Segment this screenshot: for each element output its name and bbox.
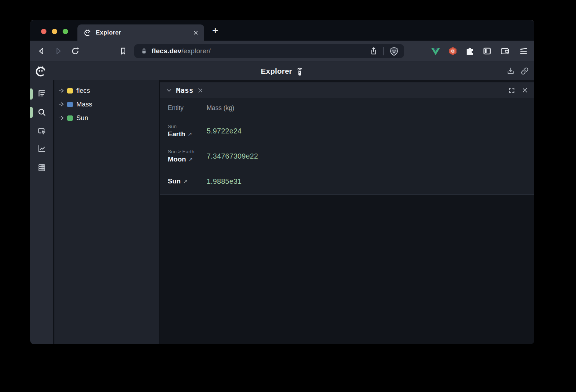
url-text: flecs.dev/explorer/ (152, 47, 211, 55)
app-header: Explorer (30, 61, 534, 80)
brave-shield-icon[interactable] (389, 46, 399, 56)
url-domain: flecs.dev (152, 47, 181, 55)
address-bar-divider (383, 47, 384, 55)
column-header-mass: Mass (kg) (207, 104, 234, 112)
table-header-row: Entity Mass (kg) (160, 98, 534, 118)
download-icon[interactable] (506, 67, 515, 76)
extensions-puzzle-icon[interactable] (465, 46, 475, 56)
query-panel: Mass Entity Mass (kg) (160, 80, 534, 344)
browser-toolbar: flecs.dev/explorer/ (30, 41, 534, 61)
wallet-icon[interactable] (500, 46, 510, 56)
fullscreen-icon[interactable] (508, 87, 516, 94)
expand-chevron-icon[interactable] (58, 115, 65, 121)
browser-window: Explorer + (30, 20, 534, 344)
vue-devtools-icon[interactable] (431, 46, 441, 56)
memory-table-icon[interactable] (37, 163, 46, 172)
bookmark-icon[interactable] (118, 46, 128, 56)
forward-icon[interactable] (54, 46, 63, 56)
entity-color-swatch (67, 88, 73, 94)
address-bar[interactable]: flecs.dev/explorer/ (134, 44, 404, 58)
entity-color-swatch (67, 115, 73, 121)
traffic-light-minimize[interactable] (52, 29, 57, 34)
back-icon[interactable] (37, 46, 46, 56)
url-path: /explorer/ (181, 47, 211, 55)
table-row[interactable]: Sun Earth ↗ 5.9722e24 (160, 118, 534, 143)
entity-name[interactable]: Earth (168, 130, 185, 138)
entity-name[interactable]: Moon (168, 155, 186, 163)
search-icon[interactable] (37, 108, 46, 117)
column-header-entity: Entity (160, 104, 207, 112)
entity-link-icon[interactable]: ↗ (183, 178, 188, 184)
entity-tree-icon[interactable] (37, 89, 46, 98)
tree-item-label: flecs (76, 87, 90, 95)
browser-tab-explorer[interactable]: Explorer (77, 24, 204, 41)
sidebar-toggle-icon[interactable] (482, 46, 492, 56)
tree-item-label: Sun (76, 114, 88, 122)
traffic-light-close[interactable] (41, 29, 46, 34)
reload-icon[interactable] (71, 46, 80, 56)
entity-name[interactable]: Sun (168, 177, 181, 185)
tree-item-flecs[interactable]: flecs (54, 84, 159, 97)
active-panel-pill (30, 88, 33, 100)
remote-connection-icon[interactable] (296, 66, 303, 76)
entity-tree-panel: flecs Mass (54, 80, 159, 344)
left-icon-rail (30, 80, 53, 344)
active-panel-pill (30, 107, 33, 118)
tab-bar: Explorer + (30, 20, 534, 41)
flecs-logo-icon (84, 29, 91, 37)
traffic-light-zoom[interactable] (63, 29, 68, 34)
entity-link-icon[interactable]: ↗ (189, 156, 193, 162)
query-title: Mass (176, 86, 193, 95)
close-panel-icon[interactable] (521, 87, 528, 94)
expand-chevron-icon[interactable] (58, 101, 65, 108)
permalink-icon[interactable] (520, 67, 529, 76)
chevron-down-icon[interactable] (166, 87, 172, 94)
share-icon[interactable] (369, 46, 378, 56)
tree-item-mass[interactable]: Mass (54, 97, 159, 111)
query-results-table: Entity Mass (kg) Sun Earth ↗ 5.9722e24 (160, 98, 534, 194)
panel-empty-area (160, 195, 534, 344)
mass-value: 7.34767309e22 (207, 152, 258, 160)
mass-value: 1.9885e31 (207, 177, 242, 186)
inspect-icon[interactable] (37, 126, 46, 136)
query-panel-header: Mass (160, 82, 534, 98)
entity-link-icon[interactable]: ↗ (188, 131, 192, 137)
mass-value: 5.9722e24 (207, 127, 242, 135)
tab-title: Explorer (96, 29, 188, 36)
stats-chart-icon[interactable] (37, 144, 46, 153)
entity-parent-path: Sun (168, 124, 207, 129)
lock-icon (140, 47, 148, 55)
entity-color-swatch (67, 102, 73, 107)
expand-chevron-icon[interactable] (58, 87, 65, 94)
tree-item-sun[interactable]: Sun (54, 111, 159, 125)
new-tab-button[interactable]: + (210, 25, 221, 36)
table-row[interactable]: Sun > Earth Moon ↗ 7.34767309e22 (160, 143, 534, 169)
query-clear-icon[interactable] (197, 87, 204, 94)
hexagon-extension-icon[interactable] (448, 46, 458, 56)
menu-icon[interactable] (518, 46, 528, 56)
entity-parent-path: Sun > Earth (168, 149, 207, 154)
table-row[interactable]: Sun ↗ 1.9885e31 (160, 169, 534, 194)
tab-close-icon[interactable] (193, 29, 199, 36)
tree-item-label: Mass (76, 100, 92, 108)
page-title: Explorer (261, 67, 292, 76)
flecs-logo-icon (35, 65, 47, 77)
